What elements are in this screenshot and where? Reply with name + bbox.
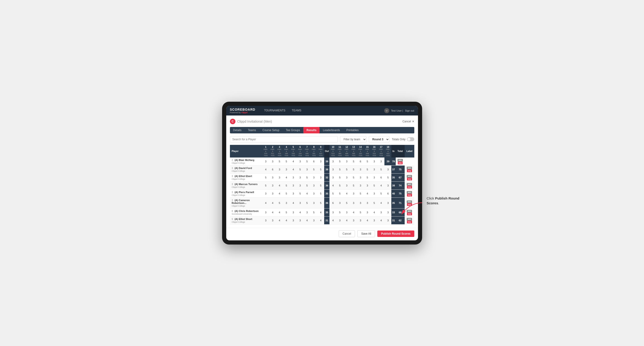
score-cell[interactable]: 6 [384,189,391,197]
score-cell[interactable]: 3 [364,197,371,208]
score-cell[interactable]: 4 [317,208,324,216]
score-cell[interactable]: 5 [310,165,317,173]
score-cell[interactable]: 5 [310,208,317,216]
score-cell[interactable]: 3 [330,165,336,173]
score-cell[interactable]: 5 [336,173,343,181]
score-cell[interactable]: 3 [384,208,391,216]
score-cell[interactable]: 3 [304,165,310,173]
score-cell[interactable]: 3 [269,181,276,189]
score-cell[interactable]: 5 [336,165,343,173]
wd-badge[interactable]: WD [407,167,412,170]
tab-leaderboards[interactable]: Leaderboards [320,127,343,133]
score-cell[interactable]: 5 [304,197,310,208]
score-cell[interactable]: 4 [276,181,283,189]
score-cell[interactable]: 5 [296,189,304,197]
score-cell[interactable]: 4 [364,189,371,197]
tab-course-setup[interactable]: Course Setup [259,127,282,133]
score-cell[interactable]: 3 [269,158,276,166]
score-cell[interactable]: 3 [364,181,371,189]
score-cell[interactable]: 5 [371,181,378,189]
score-cell[interactable]: 5 [296,165,304,173]
filter-team-select[interactable]: Filter by team [340,136,366,143]
score-cell[interactable]: 5 [283,189,290,197]
score-cell[interactable]: 3 [343,208,350,216]
score-cell[interactable]: 5 [378,189,385,197]
score-cell[interactable]: 3 [283,197,290,208]
score-cell[interactable]: 5 [276,158,283,166]
tab-details[interactable]: Details [230,127,245,133]
score-cell[interactable]: 3 [310,197,317,208]
score-cell[interactable]: 4 [290,165,296,173]
score-cell[interactable]: 3 [296,181,304,189]
score-cell[interactable]: 5 [343,197,350,208]
score-cell[interactable]: 3 [276,165,283,173]
score-cell[interactable]: 6 [378,173,385,181]
dq-badge[interactable]: DQ [407,221,412,223]
score-cell[interactable]: 3 [317,158,324,166]
score-cell[interactable]: 3 [371,216,378,224]
score-cell[interactable]: 3 [336,216,343,224]
score-cell[interactable]: 3 [317,173,324,181]
dq-badge[interactable]: DQ [407,194,412,196]
publish-round-scores-button[interactable]: Publish Round Scores [377,230,414,237]
score-cell[interactable]: 3 [296,173,304,181]
nav-tournaments[interactable]: TOURNAMENTS [261,106,288,116]
score-cell[interactable]: 3 [343,158,350,166]
score-cell[interactable]: 6 [330,197,336,208]
score-cell[interactable]: 3 [378,208,385,216]
score-cell[interactable]: 3 [269,216,276,224]
search-input[interactable] [230,136,338,143]
score-cell[interactable]: 3 [330,173,336,181]
score-cell[interactable]: 4 [276,208,283,216]
dq-badge[interactable]: DQ [407,178,412,180]
score-cell[interactable]: 4 [269,197,276,208]
score-cell[interactable]: 5 [378,165,385,173]
score-cell[interactable]: 6 [310,158,317,166]
score-cell[interactable]: 6 [357,158,364,166]
score-cell[interactable]: 4 [317,216,324,224]
cancel-button[interactable]: Cancel [339,230,355,237]
score-cell[interactable]: 4 [304,189,310,197]
totals-switch[interactable] [407,137,414,141]
cancel-top-button[interactable]: Cancel ✕ [402,120,414,123]
score-cell[interactable]: 3 [384,216,391,224]
score-cell[interactable]: 5 [350,173,357,181]
score-cell[interactable]: 3 [384,165,391,173]
score-cell[interactable]: 4 [378,216,385,224]
score-cell[interactable]: 3 [262,158,269,166]
score-cell[interactable]: 3 [350,216,357,224]
score-cell[interactable]: 5 [304,181,310,189]
score-cell[interactable]: 4 [371,208,378,216]
score-cell[interactable]: 3 [296,197,304,208]
score-cell[interactable]: 3 [290,216,296,224]
score-cell[interactable]: 3 [269,173,276,181]
score-cell[interactable]: 3 [330,208,336,216]
score-cell[interactable]: 3 [378,158,385,166]
score-cell[interactable]: 4 [378,197,385,208]
score-cell[interactable]: 5 [283,158,290,166]
score-cell[interactable]: 5 [283,181,290,189]
nav-teams[interactable]: TEAMS [288,106,304,116]
score-cell[interactable]: 4 [330,181,336,189]
score-cell[interactable]: 3 [364,208,371,216]
score-cell[interactable]: 3 [310,181,317,189]
score-cell[interactable]: 3 [330,158,336,166]
score-cell[interactable]: 3 [357,165,364,173]
score-cell[interactable]: 3 [283,165,290,173]
score-cell[interactable]: 5 [276,197,283,208]
score-cell[interactable]: 5 [350,181,357,189]
score-cell[interactable]: 4 [283,216,290,224]
score-cell[interactable]: 4 [364,216,371,224]
score-cell[interactable]: 5 [262,181,269,189]
score-cell[interactable]: 4 [290,158,296,166]
score-cell[interactable]: 3 [336,197,343,208]
score-cell[interactable]: 3 [262,216,269,224]
score-cell[interactable]: 3 [276,173,283,181]
tab-results[interactable]: Results [303,127,320,133]
wd-badge[interactable]: WD [407,191,412,194]
score-cell[interactable]: 3 [290,189,296,197]
score-cell[interactable]: 3 [290,181,296,189]
dq-badge[interactable]: DQ [407,186,412,188]
save-all-button[interactable]: Save All [357,230,375,237]
score-cell[interactable]: 3 [350,189,357,197]
